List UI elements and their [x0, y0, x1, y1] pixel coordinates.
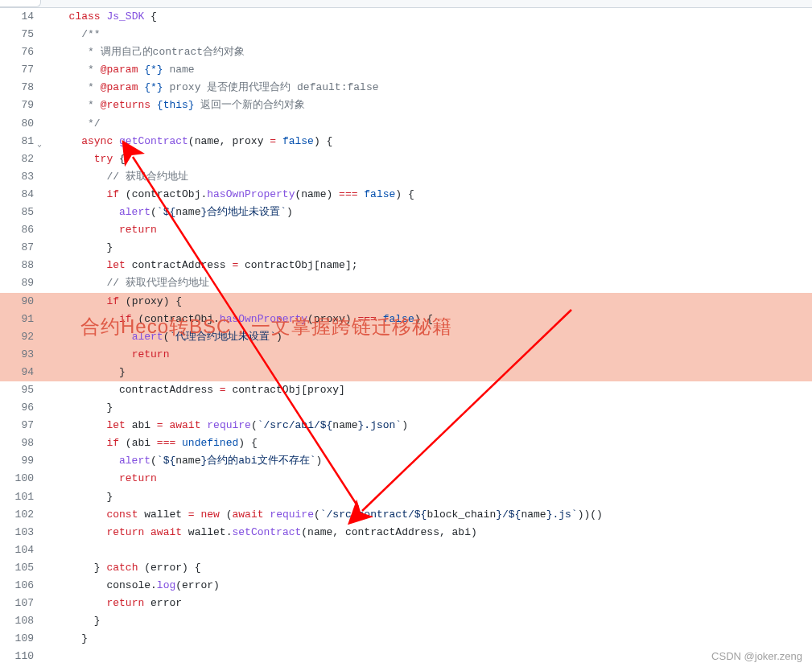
code-content[interactable]: const wallet = new (await require(`/src/… [40, 506, 812, 524]
line-number: 97 [0, 417, 40, 434]
code-content[interactable]: * @returns {this} 返回一个新的合约对象 [40, 97, 812, 114]
line-number: 85 [0, 204, 40, 221]
code-line[interactable]: 96 } [0, 399, 812, 417]
code-content[interactable]: let abi = await require(`/src/abi/${name… [40, 417, 812, 434]
code-content[interactable]: * @param {*} name [40, 61, 812, 79]
code-line[interactable]: 101 } [0, 488, 812, 506]
code-content[interactable]: // 获取代理合约地址 [40, 274, 812, 292]
csdn-watermark: CSDN @joker.zeng [711, 650, 802, 662]
code-line[interactable]: 94 } [0, 364, 812, 381]
line-number: 98 [0, 434, 40, 452]
code-content[interactable]: async getContract(name, proxy = false) { [40, 133, 812, 150]
line-number: 103 [0, 524, 40, 541]
line-number: 92 [0, 328, 40, 346]
line-number: 75 [0, 26, 40, 43]
code-line[interactable]: 91 if (contractObj.hasOwnProperty(proxy)… [0, 311, 812, 328]
code-line[interactable]: 102 const wallet = new (await require(`/… [0, 506, 812, 524]
code-content[interactable]: if (contractObj.hasOwnProperty(name) ===… [40, 186, 812, 204]
code-line[interactable]: 106 console.log(error) [0, 577, 812, 595]
code-content[interactable]: } [40, 399, 812, 417]
code-content[interactable]: try { [40, 150, 812, 168]
line-number: 101 [0, 488, 40, 506]
code-content[interactable]: class Js_SDK { [40, 8, 812, 26]
code-line[interactable]: 103 return await wallet.setContract(name… [0, 524, 812, 541]
line-number: 96 [0, 399, 40, 417]
line-number: 110 [0, 648, 40, 665]
line-number: 86 [0, 221, 40, 239]
code-content[interactable]: } catch (error) { [40, 559, 812, 577]
line-number: 91 [0, 311, 40, 328]
code-line[interactable]: 87 } [0, 239, 812, 257]
code-content[interactable]: } [40, 488, 812, 506]
code-content[interactable]: return [40, 346, 812, 364]
code-content[interactable]: /** [40, 26, 812, 43]
code-line[interactable]: 107 return error [0, 595, 812, 612]
code-content[interactable]: contractAddress = contractObj[proxy] [40, 381, 812, 399]
code-content[interactable]: // 获取合约地址 [40, 168, 812, 186]
code-line[interactable]: 92 alert(`代理合约地址未设置`) [0, 328, 812, 346]
code-content[interactable]: return error [40, 595, 812, 612]
code-line[interactable]: 98 if (abi === undefined) { [0, 434, 812, 452]
line-number: 80 [0, 115, 40, 133]
code-line[interactable]: 80 */ [0, 115, 812, 133]
code-line[interactable]: 90 if (proxy) { [0, 293, 812, 311]
code-content[interactable]: alert(`${name}合约地址未设置`) [40, 204, 812, 221]
code-line[interactable]: 109 } [0, 630, 812, 648]
editor-tab-bar[interactable] [0, 0, 812, 8]
code-line[interactable]: 104 [0, 541, 812, 559]
line-number: 81⌄ [0, 133, 40, 150]
code-line[interactable]: 79 * @returns {this} 返回一个新的合约对象 [0, 97, 812, 114]
code-line[interactable]: 78 * @param {*} proxy 是否使用代理合约 default:f… [0, 79, 812, 97]
code-content[interactable]: alert(`${name}合约的abi文件不存在`) [40, 452, 812, 470]
code-content[interactable]: console.log(error) [40, 577, 812, 595]
code-line[interactable]: 82 try { [0, 150, 812, 168]
code-line[interactable]: 76 * 调用自己的contract合约对象 [0, 43, 812, 61]
code-line[interactable]: 89 // 获取代理合约地址 [0, 274, 812, 292]
line-number: 108 [0, 612, 40, 630]
code-line[interactable]: 100 return [0, 470, 812, 488]
code-content[interactable]: if (abi === undefined) { [40, 434, 812, 452]
code-editor[interactable]: 14 class Js_SDK {75 /**76 * 调用自己的contrac… [0, 8, 812, 665]
code-line[interactable]: 97 let abi = await require(`/src/abi/${n… [0, 417, 812, 434]
line-number: 79 [0, 97, 40, 114]
code-line[interactable]: 88 let contractAddress = contractObj[nam… [0, 257, 812, 274]
code-content[interactable]: return [40, 221, 812, 239]
code-line[interactable]: 81⌄ async getContract(name, proxy = fals… [0, 133, 812, 150]
code-content[interactable]: } [40, 239, 812, 257]
code-content[interactable]: * @param {*} proxy 是否使用代理合约 default:fals… [40, 79, 812, 97]
code-line[interactable]: 77 * @param {*} name [0, 61, 812, 79]
code-line[interactable]: 75 /** [0, 26, 812, 43]
code-line[interactable]: 83 // 获取合约地址 [0, 168, 812, 186]
code-line[interactable]: 85 alert(`${name}合约地址未设置`) [0, 204, 812, 221]
code-content[interactable]: if (proxy) { [40, 293, 812, 311]
code-line[interactable]: 93 return [0, 346, 812, 364]
code-content[interactable]: return [40, 470, 812, 488]
code-line[interactable]: 108 } [0, 612, 812, 630]
line-number: 94 [0, 364, 40, 381]
code-content[interactable]: return await wallet.setContract(name, co… [40, 524, 812, 541]
line-number: 77 [0, 61, 40, 79]
line-number: 89 [0, 274, 40, 292]
line-number: 84 [0, 186, 40, 204]
code-content[interactable]: } [40, 630, 812, 648]
code-line[interactable]: 95 contractAddress = contractObj[proxy] [0, 381, 812, 399]
code-content[interactable]: */ [40, 115, 812, 133]
code-line[interactable]: 86 return [0, 221, 812, 239]
line-number: 106 [0, 577, 40, 595]
code-content[interactable]: if (contractObj.hasOwnProperty(proxy) ==… [40, 311, 812, 328]
code-line[interactable]: 110 [0, 648, 812, 665]
line-number: 105 [0, 559, 40, 577]
line-number: 78 [0, 79, 40, 97]
code-content[interactable]: alert(`代理合约地址未设置`) [40, 328, 812, 346]
code-content[interactable]: } [40, 612, 812, 630]
code-line[interactable]: 99 alert(`${name}合约的abi文件不存在`) [0, 452, 812, 470]
code-line[interactable]: 105 } catch (error) { [0, 559, 812, 577]
line-number: 82 [0, 150, 40, 168]
code-line[interactable]: 84 if (contractObj.hasOwnProperty(name) … [0, 186, 812, 204]
code-line[interactable]: 14 class Js_SDK { [0, 8, 812, 26]
code-content[interactable]: * 调用自己的contract合约对象 [40, 43, 812, 61]
code-content[interactable]: } [40, 364, 812, 381]
code-content[interactable]: let contractAddress = contractObj[name]; [40, 257, 812, 274]
line-number: 99 [0, 452, 40, 470]
line-number: 90 [0, 293, 40, 311]
